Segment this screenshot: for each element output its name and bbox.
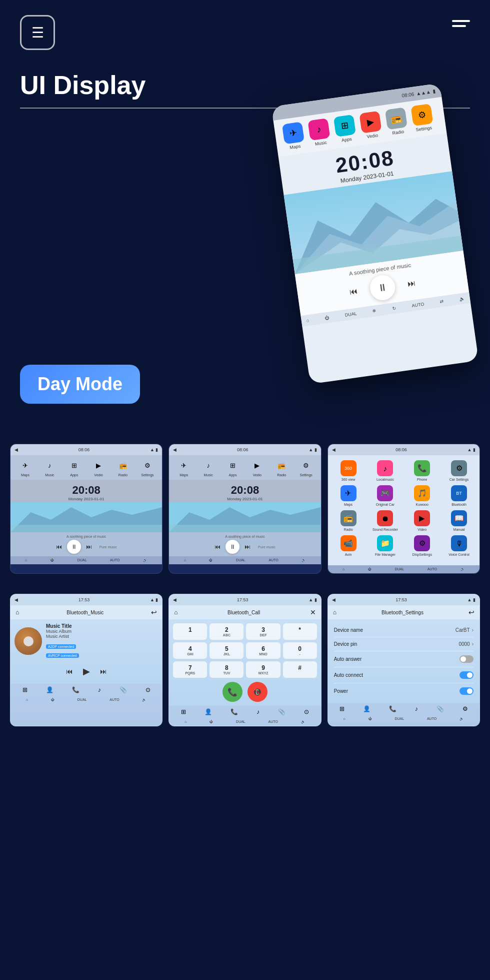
dial-3[interactable]: 3DEF: [246, 623, 280, 640]
btset-bottom-gear[interactable]: ⚙: [462, 705, 468, 712]
app-radio[interactable]: 📻 Radio: [385, 107, 408, 136]
dial-2[interactable]: 2ABC: [210, 623, 244, 640]
app-apps[interactable]: ⊞ Apps: [334, 115, 357, 144]
bt-play-btn[interactable]: ▶: [83, 666, 90, 677]
bt-settings-back[interactable]: ◀: [332, 597, 336, 602]
bt-music-back-icon[interactable]: ↩: [151, 608, 157, 616]
reject-call-btn[interactable]: 📵: [248, 682, 268, 702]
bt-bottom-clip[interactable]: 📎: [120, 686, 127, 693]
sc1-apps[interactable]: ⊞ Apps: [64, 458, 85, 477]
power-toggle[interactable]: [460, 687, 474, 695]
bt-settings-home-icon[interactable]: ⌂: [333, 609, 336, 616]
btcall-sb-power[interactable]: ⏻: [210, 720, 213, 724]
ag-localmusic[interactable]: ♪ Localmusic: [368, 460, 402, 481]
dial-6[interactable]: 6MNO: [246, 642, 280, 659]
sc1-back[interactable]: ◀: [14, 447, 18, 452]
btset-bottom-phone[interactable]: 📞: [389, 705, 396, 712]
btset-sb-home[interactable]: ⌂: [344, 717, 346, 721]
bt-prev-btn[interactable]: ⏮: [66, 667, 73, 675]
dial-8[interactable]: 8TUV: [210, 661, 244, 678]
ag-filemgr[interactable]: 📁 File Manager: [368, 535, 402, 556]
ag-originalcar[interactable]: 🎮 Original Car: [368, 485, 402, 506]
sc1-play[interactable]: ⏸: [67, 540, 81, 554]
bt-bottom-music[interactable]: ♪: [98, 686, 101, 693]
sc2-next[interactable]: ⏭: [244, 543, 250, 550]
bottom-home[interactable]: ⌂: [306, 318, 310, 323]
sc2-radio[interactable]: 📻 Radio: [271, 458, 292, 477]
accept-call-btn[interactable]: 📞: [222, 682, 242, 702]
ag-carsettings[interactable]: ⚙ Car Settings: [442, 460, 476, 481]
sc1-next[interactable]: ⏭: [86, 543, 92, 550]
btcall-sb-vol[interactable]: 🔈: [301, 720, 306, 724]
sc2-maps[interactable]: ✈ Maps: [173, 458, 194, 477]
dial-5[interactable]: 5JKL: [210, 642, 244, 659]
bt-bottom-person[interactable]: 👤: [46, 686, 54, 693]
sc1-radio[interactable]: 📻 Radio: [112, 458, 134, 477]
dial-hash[interactable]: #: [283, 661, 317, 678]
btcall-sb-home[interactable]: ⌂: [184, 720, 186, 724]
ag-maps[interactable]: ✈ Maps: [332, 485, 365, 506]
hamburger-menu[interactable]: [452, 20, 470, 27]
sc2-apps[interactable]: ⊞ Apps: [222, 458, 244, 477]
auto-connect-toggle[interactable]: [460, 671, 474, 679]
ag-avin[interactable]: 📹 Avin: [332, 535, 365, 556]
bt-settings-back-icon[interactable]: ↩: [468, 608, 474, 616]
app-music[interactable]: ♪ Music: [308, 118, 331, 147]
sc2-music[interactable]: ♪ Music: [198, 458, 219, 477]
sc1-bottom-power[interactable]: ⏻: [50, 558, 54, 562]
dial-star[interactable]: *: [283, 623, 317, 640]
btcall-bottom-clip[interactable]: 📎: [278, 708, 286, 715]
sc3-bottom-home[interactable]: ⌂: [342, 567, 344, 571]
sc2-settings[interactable]: ⚙ Settings: [296, 458, 317, 477]
btset-bottom-person[interactable]: 👤: [363, 705, 370, 712]
app-settings[interactable]: ⚙ Settings: [410, 104, 434, 133]
bt-call-back-icon[interactable]: ✕: [310, 608, 316, 616]
ag-manual[interactable]: 📖 Manual: [442, 510, 476, 531]
btcall-bottom-grid[interactable]: ⊞: [181, 708, 186, 715]
ag-kuwooo[interactable]: 🎵 Kuwooo: [406, 485, 438, 506]
btcall-bottom-circle[interactable]: ⊙: [304, 708, 309, 715]
btset-bottom-grid[interactable]: ⊞: [340, 705, 344, 712]
bt-sb-vol[interactable]: 🔈: [142, 698, 146, 702]
bt-call-home-icon[interactable]: ⌂: [174, 609, 178, 616]
bt-bottom-grid[interactable]: ⊞: [22, 686, 28, 693]
sc3-back[interactable]: ◀: [332, 447, 336, 452]
sc1-maps[interactable]: ✈ Maps: [14, 458, 36, 477]
bt-call-back[interactable]: ◀: [173, 597, 176, 602]
app-logo[interactable]: ☰: [20, 15, 55, 50]
chevron-device-pin[interactable]: ›: [472, 641, 474, 647]
ag-radio[interactable]: 📻 Radio: [332, 510, 365, 531]
ag-360view[interactable]: 360 360 view: [332, 460, 365, 481]
ag-bluetooth[interactable]: BT Bluetooth: [442, 485, 476, 506]
dial-7[interactable]: 7PQRS: [173, 661, 207, 678]
btset-sb-power[interactable]: ⏻: [368, 717, 372, 721]
bt-sb-power[interactable]: ⏻: [51, 698, 54, 702]
sc2-back[interactable]: ◀: [173, 447, 176, 452]
sc2-bottom-home[interactable]: ⌂: [184, 558, 186, 562]
bt-music-back[interactable]: ◀: [14, 597, 18, 602]
sc1-bottom-vol[interactable]: 🔈: [143, 558, 148, 562]
sc3-bottom-vol[interactable]: 🔈: [460, 567, 465, 571]
next-button[interactable]: ⏭: [404, 276, 420, 292]
sc1-settings[interactable]: ⚙ Settings: [136, 458, 158, 477]
bt-music-home-icon[interactable]: ⌂: [16, 609, 19, 616]
dial-4[interactable]: 4GHI: [173, 642, 207, 659]
dial-0[interactable]: 0-: [283, 642, 317, 659]
ag-video[interactable]: ▶ Video: [406, 510, 438, 531]
ag-dispset[interactable]: ⚙ DispSettings: [406, 535, 438, 556]
ag-phone[interactable]: 📞 Phone: [406, 460, 438, 481]
app-vedio[interactable]: ▶ Vedio: [359, 111, 382, 140]
sc1-prev[interactable]: ⏮: [56, 543, 62, 550]
btcall-bottom-person[interactable]: 👤: [204, 708, 212, 715]
btcall-bottom-phone[interactable]: 📞: [230, 708, 238, 715]
play-pause-button[interactable]: ⏸: [368, 274, 396, 302]
sc2-prev[interactable]: ⏮: [214, 543, 220, 550]
dial-1[interactable]: 1: [173, 623, 207, 640]
app-maps[interactable]: ✈ Maps: [282, 122, 306, 151]
btset-sb-vol[interactable]: 🔈: [460, 717, 464, 721]
sc1-vedio[interactable]: ▶ Vedio: [88, 458, 110, 477]
bottom-power[interactable]: ⏻: [324, 315, 330, 320]
sc3-bottom-power[interactable]: ⏻: [368, 567, 372, 571]
bt-bottom-phone[interactable]: 📞: [72, 686, 80, 693]
btset-bottom-music[interactable]: ♪: [415, 705, 418, 712]
